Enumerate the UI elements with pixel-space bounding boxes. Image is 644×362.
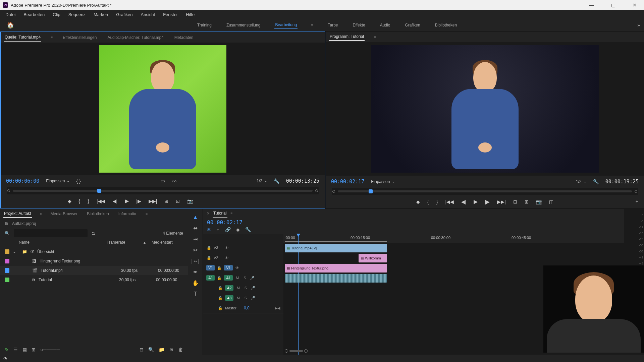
type-tool[interactable]: T xyxy=(194,291,197,297)
zoom-slider[interactable]: ○───── xyxy=(40,347,60,352)
toggle-output-icon[interactable]: 👁 xyxy=(224,256,229,260)
tab-program[interactable]: Programm: Tutorial xyxy=(329,33,365,41)
tab-effect-settings[interactable]: Effekteinstellungen xyxy=(62,34,97,41)
home-icon[interactable]: 🏠 xyxy=(4,20,17,30)
lock-icon[interactable]: 🔒 xyxy=(218,296,223,300)
freeform-view-icon[interactable]: ⊞ xyxy=(32,347,36,352)
search-icon[interactable]: 🔍 xyxy=(5,231,10,236)
col-medienstart[interactable]: Medienstart xyxy=(150,240,174,245)
tl-linked-icon[interactable]: 🔗 xyxy=(225,227,231,232)
tab-audio-mixer[interactable]: Audioclip-Mischer: Tutorial.mp4 xyxy=(107,34,164,41)
lock-icon[interactable]: 🔒 xyxy=(218,306,223,310)
prog-step-back-button[interactable]: ◀| xyxy=(461,199,466,204)
program-playhead[interactable] xyxy=(369,189,373,193)
ws-effekte[interactable]: Effekte xyxy=(352,21,366,29)
insert-button[interactable]: ⊞ xyxy=(164,198,168,204)
find-icon[interactable]: 🔍 xyxy=(148,347,154,352)
slip-tool[interactable]: |↔| xyxy=(191,258,199,264)
add-marker-button[interactable]: ◆ xyxy=(68,198,71,204)
tab-program-menu-icon[interactable]: ≡ xyxy=(374,35,376,39)
tl-magnet-icon[interactable]: ∩ xyxy=(216,227,220,232)
source-audio-icon[interactable]: ‹›› xyxy=(172,178,176,184)
prog-add-marker-button[interactable]: ◆ xyxy=(416,199,420,204)
project-row[interactable]: 🎬 Tutorial.mp4 30,00 fps 00:00:00:00 xyxy=(0,266,188,275)
write-icon[interactable]: ✎ xyxy=(5,347,9,352)
source-wrench-icon[interactable]: 🔧 xyxy=(274,178,279,184)
minimize-button[interactable]: — xyxy=(585,2,598,8)
tl-tab[interactable]: Tutorial xyxy=(213,209,227,218)
prog-mark-out-button[interactable]: } xyxy=(436,199,438,204)
program-scrubber[interactable] xyxy=(332,188,638,195)
ws-farbe[interactable]: Farbe xyxy=(327,21,338,29)
ws-overflow-icon[interactable]: » xyxy=(637,22,640,28)
tab-libraries[interactable]: Bibliotheken xyxy=(86,210,109,218)
tl-tab-menu-icon[interactable]: ≡ xyxy=(231,212,233,215)
ws-menu-icon[interactable]: ≡ xyxy=(311,23,313,27)
project-search-input[interactable] xyxy=(14,229,88,237)
source-viewer[interactable] xyxy=(1,43,325,175)
source-bracket-icon[interactable]: { } xyxy=(76,178,80,184)
mute-button[interactable]: M xyxy=(235,276,240,280)
icon-view-icon[interactable]: ▦ xyxy=(22,347,27,352)
tab-project[interactable]: Projekt: Auftakt xyxy=(3,210,32,218)
source-fit-dropdown[interactable]: Einpassen xyxy=(46,179,69,183)
export-frame-button[interactable]: 📷 xyxy=(187,198,193,204)
maximize-button[interactable]: ▢ xyxy=(606,2,620,8)
overwrite-button[interactable]: ⊡ xyxy=(176,198,180,204)
source-scrubber[interactable] xyxy=(7,187,319,194)
prog-goto-in-button[interactable]: |◀◀ xyxy=(445,199,454,204)
new-bin-icon[interactable]: 🗀 xyxy=(92,231,96,236)
tab-source-menu-icon[interactable]: ≡ xyxy=(51,36,53,39)
zoom-scrollbar[interactable] xyxy=(289,350,303,352)
project-row[interactable]: 🖼 Hintergrund Textur.png xyxy=(0,256,188,266)
program-wrench-icon[interactable]: 🔧 xyxy=(593,179,599,184)
clip-title[interactable]: ▦ Willkomm xyxy=(359,254,387,262)
label-chip[interactable] xyxy=(5,278,9,282)
prog-extract-button[interactable]: ⊞ xyxy=(525,199,529,204)
hand-tool[interactable]: ✋ xyxy=(192,280,199,286)
ripple-edit-tool[interactable]: ⇥ xyxy=(193,236,198,242)
close-button[interactable]: ✕ xyxy=(628,2,641,8)
clip-audio[interactable] xyxy=(285,274,387,283)
tab-media-browser[interactable]: Media-Browser xyxy=(50,210,78,218)
delete-button[interactable]: 🗑 xyxy=(178,347,183,352)
program-res-dropdown[interactable]: 1/2 xyxy=(576,179,586,184)
ws-bibliotheken[interactable]: Bibliotheken xyxy=(434,21,458,29)
menu-ansicht[interactable]: Ansicht xyxy=(137,11,158,18)
label-chip[interactable] xyxy=(5,259,9,263)
lock-icon[interactable]: 🔒 xyxy=(217,276,222,280)
menu-sequenz[interactable]: Sequenz xyxy=(65,11,89,18)
step-back-button[interactable]: ◀| xyxy=(113,198,118,204)
step-forward-button[interactable]: |▶ xyxy=(136,198,141,204)
list-view-icon[interactable]: ☰ xyxy=(13,347,18,352)
tab-overflow-icon[interactable]: » xyxy=(145,210,149,218)
play-button[interactable]: ▶ xyxy=(125,198,129,204)
program-timecode-in[interactable]: 00:00:02:17 xyxy=(331,179,364,185)
prog-step-forward-button[interactable]: |▶ xyxy=(485,199,490,204)
tab-project-menu-icon[interactable]: ≡ xyxy=(40,212,42,216)
menu-grafiken[interactable]: Grafiken xyxy=(113,11,136,18)
voice-button[interactable]: 🎤 xyxy=(250,276,255,280)
menu-marken[interactable]: Marken xyxy=(90,11,111,18)
prog-export-frame-button[interactable]: 📷 xyxy=(536,199,542,204)
col-name[interactable]: Name xyxy=(17,240,101,245)
prog-compare-button[interactable]: ◫ xyxy=(549,199,553,204)
tl-wrench-icon[interactable]: 🔧 xyxy=(245,227,251,232)
ws-grafiken[interactable]: Grafiken xyxy=(404,21,421,29)
menu-fenster[interactable]: Fenster xyxy=(160,11,181,18)
clip-image[interactable]: ▦ Hintergrund Textur.png xyxy=(285,264,387,273)
selection-tool[interactable]: ▲ xyxy=(193,214,198,220)
source-video-icon[interactable]: ▭ xyxy=(161,178,165,184)
prog-goto-out-button[interactable]: ▶▶| xyxy=(497,199,506,204)
toggle-output-icon[interactable]: 👁 xyxy=(224,246,229,250)
tab-metadata[interactable]: Metadaten xyxy=(174,34,194,41)
ws-bearbeitung[interactable]: Bearbeitung xyxy=(274,21,298,29)
tl-close-icon[interactable]: × xyxy=(207,211,209,216)
label-chip[interactable] xyxy=(5,268,9,273)
tab-info[interactable]: Informatio xyxy=(118,210,137,218)
program-fit-dropdown[interactable]: Einpassen xyxy=(371,179,394,184)
goto-in-button[interactable]: |◀◀ xyxy=(97,198,105,204)
source-playhead[interactable] xyxy=(97,189,101,193)
prog-lift-button[interactable]: ⊟ xyxy=(513,199,517,204)
track-target-a1[interactable]: A1 xyxy=(206,275,215,281)
